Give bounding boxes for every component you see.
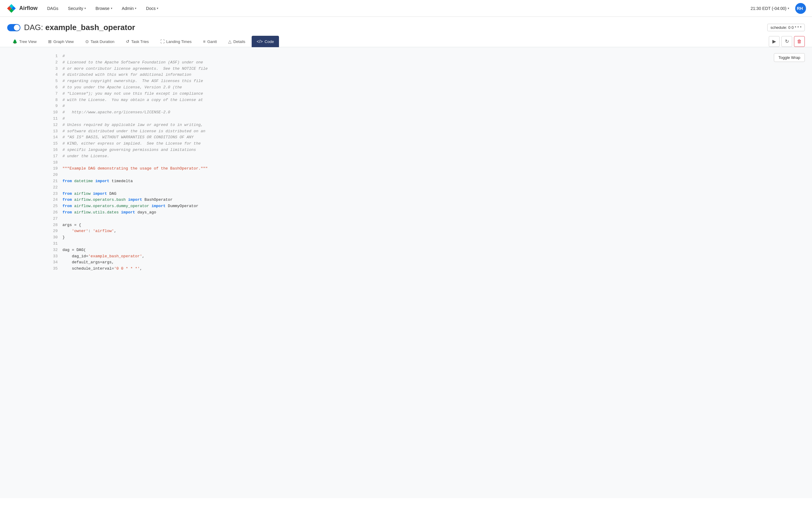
code-line: 32 dag = DAG( (7, 247, 805, 253)
tab-task-duration[interactable]: ⊙ Task Duration (80, 36, 119, 47)
code-line: 10 # http://www.apache.org/licenses/LICE… (7, 109, 805, 116)
code-line: 11 # (7, 116, 805, 122)
time-dropdown-arrow: ▾ (788, 7, 789, 10)
code-line: 20 (7, 172, 805, 178)
code-line: 16 # specific language governing permiss… (7, 147, 805, 153)
graph-view-icon: ⊞ (48, 39, 52, 44)
tab-landing-times[interactable]: ⛶ Landing Times (155, 36, 197, 47)
tab-tree-view[interactable]: 🌲 Tree View (7, 36, 42, 47)
dag-title: DAG: example_bash_operator (24, 23, 135, 32)
tab-gantt[interactable]: ≡ Gantt (198, 36, 222, 47)
code-line: 1 # (7, 53, 805, 59)
tree-view-icon: 🌲 (12, 39, 18, 44)
delete-button[interactable]: 🗑 (794, 36, 805, 47)
tab-actions: ▶ ↻ 🗑 (769, 36, 805, 47)
code-line: 18 (7, 160, 805, 166)
gantt-icon: ≡ (203, 39, 205, 44)
navbar: Airflow DAGs Security ▾ Browse ▾ Admin ▾… (0, 0, 812, 17)
logo-text: Airflow (19, 5, 37, 11)
code-line: 3 # or more contributor license agreemen… (7, 66, 805, 72)
code-line: 15 # KIND, either express or implied. Se… (7, 141, 805, 147)
code-line: 30 } (7, 235, 805, 241)
nav-time: 21:30 EDT (-04:00) ▾ (750, 6, 789, 11)
nav-browse[interactable]: Browse ▾ (92, 4, 116, 13)
tab-bar: 🌲 Tree View ⊞ Graph View ⊙ Task Duration… (0, 36, 812, 47)
dag-toggle[interactable] (7, 24, 21, 31)
nav-admin[interactable]: Admin ▾ (118, 4, 140, 13)
admin-dropdown-arrow: ▾ (135, 7, 136, 10)
code-line: 29 'owner': 'airflow', (7, 228, 805, 235)
nav-security[interactable]: Security ▾ (64, 4, 89, 13)
code-line: 26 from airflow.utils.dates import days_… (7, 210, 805, 216)
code-line: 28 args = { (7, 222, 805, 228)
code-line: 33 dag_id='example_bash_operator', (7, 253, 805, 260)
logo[interactable]: Airflow (6, 3, 37, 14)
browse-dropdown-arrow: ▾ (111, 7, 112, 10)
code-line: 12 # Unless required by applicable law o… (7, 122, 805, 128)
code-line: 23 from airflow import DAG (7, 191, 805, 197)
tabs: 🌲 Tree View ⊞ Graph View ⊙ Task Duration… (7, 36, 279, 47)
code-line: 7 # "License"); you may not use this fil… (7, 91, 805, 97)
code-line: 14 # "AS IS" BASIS, WITHOUT WARRANTIES O… (7, 134, 805, 141)
tab-graph-view[interactable]: ⊞ Graph View (43, 36, 79, 47)
code-line: 13 # software distributed under the Lice… (7, 128, 805, 135)
docs-dropdown-arrow: ▾ (157, 7, 158, 10)
code-line: 9 # (7, 103, 805, 109)
code-line: 19 """Example DAG demonstrating the usag… (7, 166, 805, 172)
run-button[interactable]: ▶ (769, 36, 780, 47)
user-avatar[interactable]: RH ▾ (795, 3, 806, 14)
code-block: 1 # 2 # Licensed to the Apache Software … (7, 53, 805, 272)
code-line: 21 from datetime import timedelta (7, 178, 805, 185)
code-line: 24 from airflow.operators.bash import Ba… (7, 197, 805, 203)
nav-docs[interactable]: Docs ▾ (142, 4, 162, 13)
code-line: 27 (7, 216, 805, 222)
dag-header: DAG: example_bash_operator schedule: 0 0… (0, 17, 812, 36)
tab-details[interactable]: △ Details (223, 36, 251, 47)
landing-times-icon: ⛶ (161, 39, 165, 44)
code-line: 17 # under the License. (7, 153, 805, 160)
code-icon: </> (257, 39, 263, 44)
schedule-badge: schedule: 0 0 * * * (767, 24, 805, 31)
code-line: 31 (7, 241, 805, 247)
airflow-logo-icon (6, 3, 17, 14)
task-tries-icon: ↺ (126, 39, 129, 44)
task-duration-icon: ⊙ (85, 39, 89, 44)
security-dropdown-arrow: ▾ (84, 7, 86, 10)
tab-code[interactable]: </> Code (252, 36, 279, 47)
code-line: 2 # Licensed to the Apache Software Foun… (7, 59, 805, 66)
toggle-wrap-button[interactable]: Toggle Wrap (774, 53, 805, 62)
tab-task-tries[interactable]: ↺ Task Tries (121, 36, 154, 47)
code-line: 4 # distributed with this work for addit… (7, 72, 805, 78)
code-line: 34 default_args=args, (7, 260, 805, 266)
avatar-dropdown-arrow: ▾ (803, 7, 805, 10)
refresh-button[interactable]: ↻ (781, 36, 792, 47)
code-line: 5 # regarding copyright ownership. The A… (7, 78, 805, 84)
code-line: 25 from airflow.operators.dummy_operator… (7, 203, 805, 210)
code-line: 22 (7, 185, 805, 191)
code-line: 8 # with the License. You may obtain a c… (7, 97, 805, 103)
details-icon: △ (228, 39, 232, 44)
code-line: 6 # to you under the Apache License, Ver… (7, 84, 805, 91)
code-line: 35 schedule_interval='0 0 * * *', (7, 266, 805, 272)
code-container: Toggle Wrap 1 # 2 # Licensed to the Apac… (0, 47, 812, 498)
dag-title-row: DAG: example_bash_operator (7, 23, 135, 32)
nav-dags[interactable]: DAGs (44, 4, 62, 13)
